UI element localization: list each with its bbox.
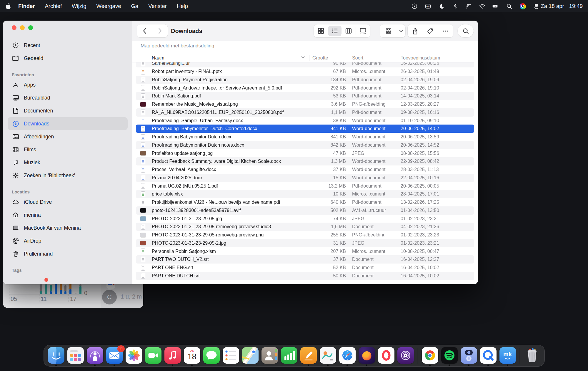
chevron-down-icon[interactable] [399, 30, 403, 32]
tag-icon[interactable] [424, 26, 437, 36]
dock-item-opera[interactable] [377, 347, 396, 364]
dock-item-safari[interactable] [338, 347, 357, 366]
file-row-product-feedback-summary-ware-digital-ki[interactable]: Product Feedback Summary...ware Digital … [136, 157, 474, 165]
file-row-part-one-eng-srt[interactable]: PART ONE ENG.srt52 KBDocument16-04-2025,… [136, 264, 474, 272]
dock-item-calendar[interactable]: Za18 [182, 347, 202, 366]
dock-item-freeform[interactable] [318, 347, 338, 366]
bluetooth-icon[interactable] [452, 3, 459, 10]
dock-item-mail[interactable]: 11 [105, 347, 124, 366]
menu-venster[interactable]: Venster [143, 3, 172, 9]
file-row-prisma-ug-02-mu-05-25-1-pdf[interactable]: Prisma.UG.02.(MU).05.25 1.pdf13,2 MBPdf-… [136, 182, 474, 190]
dock-item-stats[interactable] [279, 347, 299, 364]
file-row-proofreading-sample-urban-fantasy-docx[interactable]: Proofreading_Sample_Urban_Fantasy.docx38… [136, 117, 474, 125]
dock-item-chrome[interactable] [420, 347, 440, 366]
file-row-proces-verbaal-aangifte-docx[interactable]: Proces_Verbaal_Aangifte.docx37 KBWord-do… [136, 165, 474, 174]
back-button[interactable] [138, 26, 151, 36]
dock-item-facetime[interactable] [144, 347, 163, 364]
column-name[interactable]: Naam [152, 54, 164, 62]
view-grid-button[interactable] [314, 26, 328, 36]
column-kind[interactable]: Soort [352, 54, 363, 62]
file-row-photo-2023-01-31-23-29-05-jpg[interactable]: PHOTO-2023-01-31-23-29-05.jpg74 KBJPEG01… [136, 215, 474, 223]
view-gallery-button[interactable] [356, 26, 370, 36]
zoom-button[interactable] [28, 25, 33, 30]
menu-help[interactable]: Help [172, 3, 193, 9]
dock-item-mk[interactable]: mk [498, 347, 517, 366]
file-row-profielfoto-update-satjong-jpg[interactable]: Profielfoto update satjong.jpg47 KBJPEG0… [136, 149, 474, 158]
dock-item-quicktime-player[interactable] [479, 347, 498, 366]
menu-finder[interactable]: Finder [13, 3, 40, 9]
sidebar-item-menina[interactable]: menina [8, 208, 128, 221]
column-size[interactable]: Grootte [312, 54, 328, 62]
apple-menu-icon[interactable] [5, 3, 11, 9]
file-row-prizma-20-04-2025-docx[interactable]: Prizma 20.04.2025.docx15 KBWord-document… [136, 174, 474, 182]
sidebar-item-gedeeld[interactable]: Gedeeld [8, 52, 128, 65]
dock-item-tor-browser[interactable] [396, 347, 415, 364]
dock-item-spotify[interactable] [440, 347, 459, 366]
wireless-icon[interactable] [465, 3, 472, 10]
more-options-icon[interactable] [439, 26, 452, 36]
sidebar-item-afbeeldingen[interactable]: Afbeeldingen [8, 130, 128, 143]
file-row-part-one-dutch-srt[interactable]: PART ONE DUTCH.srt50 KBDocument16-04-202… [136, 272, 474, 280]
menu-ga[interactable]: Ga [126, 3, 143, 9]
dock-item-prullenmand[interactable] [522, 347, 542, 364]
sidebar-item-films[interactable]: Films [8, 143, 128, 156]
file-row-robot-part-inventory-final-pptx[interactable]: Robot part inventory - FINAL.pptx67 KBMi… [136, 67, 474, 76]
sidebar-item-airdrop[interactable]: AirDrop [8, 234, 128, 247]
file-row-proofreading-babymonitor-dutch-docx[interactable]: Proofreading Babymonitor Dutch.docx841 K… [136, 133, 474, 141]
file-row-personalia-robin-satjong-xlsm[interactable]: Personalia Robin Satjong.xlsm207 KBMicro… [136, 247, 474, 256]
dock-item-maps[interactable] [241, 347, 260, 364]
view-columns-button[interactable] [342, 26, 355, 36]
sidebar-item-downloads[interactable]: Downloads [8, 117, 128, 130]
file-row-photo-2023-01-31-23-29-05-removebg-previ[interactable]: PHOTO-2023-01-31-23-29-05-removebg-previ… [136, 223, 474, 231]
dock-item-finder[interactable] [46, 347, 66, 366]
menu-weergave[interactable]: Weergave [91, 3, 126, 9]
file-row-samenvattingl-ur[interactable]: Samenvattingl...ur90 KBPdf-document16-02… [136, 62, 474, 67]
group-by-icon[interactable] [382, 26, 395, 36]
user-pills-icon[interactable] [533, 3, 540, 10]
share-icon[interactable] [409, 26, 422, 36]
menubar-clock[interactable]: Za 18 apr 19:49 [541, 3, 583, 9]
sidebar-item-prullenmand[interactable]: Prullenmand [8, 247, 128, 260]
sidebar-item-icloud-drive[interactable]: iCloud Drive [8, 196, 128, 208]
dock-item-pages[interactable] [299, 347, 318, 366]
sidebar-item-apps[interactable]: Apps [8, 78, 128, 91]
file-row-ra-a-nl69rabo016220541-eur-20250101-2025[interactable]: RA_A_NL69RABO016220541...EUR_20250101_20… [136, 108, 474, 117]
dock-item-photos[interactable] [124, 347, 144, 364]
dock-item-music[interactable] [163, 347, 182, 366]
minimize-button[interactable] [20, 25, 25, 30]
dock-item-messages[interactable] [202, 347, 221, 364]
sidebar-item-macbook-air-van-menina[interactable]: MacBook Air van Menina [8, 221, 128, 234]
file-row-praktijkbijeenkomst-vj26-ne-ouw-bewijs-v[interactable]: Praktijkbijeenkomst VJ26 - Ne...ouw bewi… [136, 198, 474, 206]
close-button[interactable] [12, 25, 16, 30]
tag-red-dot[interactable] [44, 278, 48, 282]
file-row-robinsatjong-andovar-indepe-or-service-a[interactable]: RobinSatjong_Andovar Indepe...or Service… [136, 84, 474, 92]
file-row-proofreading-babymonitor-dutch-notes-doc[interactable]: Proofreading Babymonitor Dutch notes.doc… [136, 141, 474, 149]
dock-item-contacts[interactable] [260, 347, 279, 364]
play-circle-icon[interactable] [411, 3, 418, 10]
file-row-remember-the-music-movies-visual-png[interactable]: Remember the Music_Movies_visual.png3,6 … [136, 100, 474, 108]
dock-item-reminders[interactable] [221, 347, 241, 364]
file-row-photo-2023-01-31-23-29-05-removebg-previ[interactable]: PHOTO-2023-01-31-23-29-05-removebg-previ… [136, 231, 474, 239]
sidebar-item-documenten[interactable]: Documenten [8, 104, 128, 117]
file-row-part-two-dutch-v2-srt[interactable]: PART TWO DUTCH_V2.srt37 KBDocument16-04-… [136, 255, 474, 264]
column-date-added[interactable]: Toevoegingsdatum [401, 54, 440, 62]
sidebar-item-recent[interactable]: Recent [8, 39, 128, 52]
search-button[interactable] [458, 24, 474, 37]
sidebar-item-muziek[interactable]: Muziek [8, 156, 128, 169]
file-row-robin-mark-satjong-pdf[interactable]: Robin Mark Satjong.pdf53 KBPdf-document1… [136, 92, 474, 100]
view-list-button[interactable] [328, 26, 342, 36]
file-row-proofreading-babymonitor-dutch-corrected[interactable]: Proofreading_Babymonitor_Dutch_Corrected… [136, 125, 474, 133]
menu-wijzig[interactable]: Wijzig [67, 3, 91, 9]
file-row-photo-2023-01-31-23-29-05-2-jpg[interactable]: PHOTO-2023-01-31-23-29-05-2.jpg31 KBJPEG… [136, 239, 474, 247]
wifi-icon[interactable] [479, 3, 486, 10]
spotlight-icon[interactable] [506, 3, 513, 10]
file-row-robinsatjong-payment-registration[interactable]: RobinSatjong_Payment Registration134 KBP… [136, 76, 474, 84]
file-row-price-table-xlsx[interactable]: price table.xlsx10 KBMicros...cument28-0… [136, 190, 474, 198]
sidebar-item-bureaublad[interactable]: Bureaublad [8, 91, 128, 104]
dock-item-camo[interactable] [459, 347, 479, 366]
mk-badge-icon[interactable]: mk [425, 3, 432, 10]
color-wheel-icon[interactable] [519, 3, 526, 10]
sidebar-item-zoeken-in-bibliotheek[interactable]: Zoeken in 'Bibliotheek' [8, 169, 128, 182]
sort-chevron-icon[interactable] [301, 56, 305, 59]
moon-icon[interactable] [438, 3, 445, 10]
